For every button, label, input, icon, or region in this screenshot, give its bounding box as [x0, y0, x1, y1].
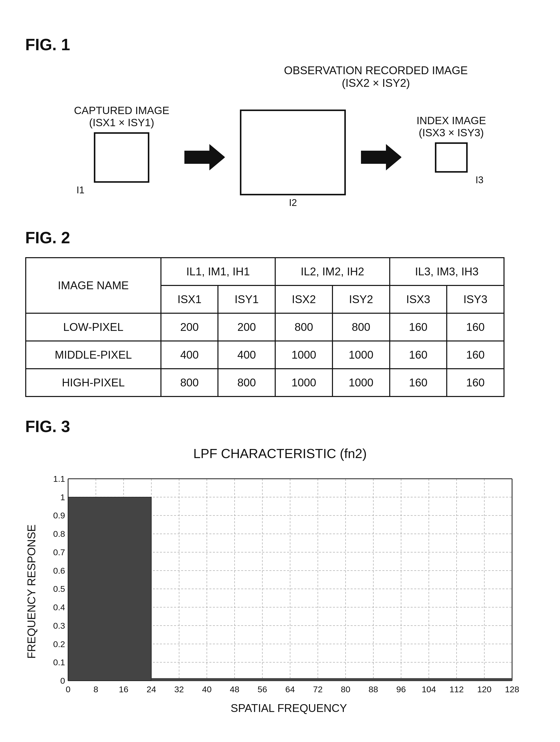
svg-text:8: 8	[94, 684, 98, 694]
index-box	[435, 142, 468, 173]
row-val-5: 160	[447, 369, 504, 396]
col-isx2: ISX2	[275, 285, 332, 313]
row-val-1: 400	[218, 341, 275, 369]
captured-box	[94, 132, 149, 183]
captured-image-item: CAPTURED IMAGE (ISX1 × ISY1) I1	[74, 104, 169, 196]
row-val-5: 160	[447, 313, 504, 341]
row-val-2: 800	[275, 313, 332, 341]
captured-label: CAPTURED IMAGE (ISX1 × ISY1)	[74, 104, 169, 129]
fig2-section: FIG. 2 IMAGE NAME IL1, IM1, IH1 IL2, IM2…	[25, 228, 535, 397]
svg-text:128: 128	[505, 684, 519, 694]
chart-svg: 08162432404856647280889610411212012800.1…	[43, 469, 522, 696]
fig2-table: IMAGE NAME IL1, IM1, IH1 IL2, IM2, IH2 I…	[25, 257, 505, 397]
svg-text:88: 88	[369, 684, 378, 694]
row-val-4: 160	[390, 341, 447, 369]
svg-text:96: 96	[396, 684, 406, 694]
col-il3: IL3, IM3, IH3	[390, 258, 504, 285]
svg-text:112: 112	[450, 684, 464, 694]
obs-label: OBSERVATION RECORDED IMAGE (ISX2 × ISY2)	[284, 64, 468, 89]
svg-text:16: 16	[119, 684, 128, 694]
svg-text:0.2: 0.2	[53, 639, 65, 649]
arrow1	[184, 142, 225, 173]
svg-text:72: 72	[313, 684, 323, 694]
obs-image-item: I2	[240, 110, 346, 208]
col-isy2: ISY2	[332, 285, 390, 313]
svg-text:0.1: 0.1	[53, 657, 65, 667]
arrow2	[361, 142, 401, 173]
fig1-label: FIG. 1	[25, 35, 535, 54]
row-val-3: 800	[332, 313, 390, 341]
row-val-4: 160	[390, 369, 447, 396]
col-isy1: ISY1	[218, 285, 275, 313]
svg-text:0.5: 0.5	[53, 584, 65, 594]
chart-title: LPF CHARACTERISTIC (fn2)	[25, 446, 535, 461]
row-val-0: 400	[161, 341, 218, 369]
table-row: HIGH-PIXEL80080010001000160160	[26, 369, 504, 396]
svg-text:0: 0	[60, 676, 65, 685]
row-val-3: 1000	[332, 341, 390, 369]
row-label: MIDDLE-PIXEL	[26, 341, 161, 369]
x-axis-label: SPATIAL FREQUENCY	[43, 702, 535, 714]
i2-label: I2	[289, 197, 297, 208]
svg-text:32: 32	[174, 684, 184, 694]
i3-label: I3	[475, 175, 484, 186]
col-il2: IL2, IM2, IH2	[275, 258, 389, 285]
row-label: HIGH-PIXEL	[26, 369, 161, 396]
svg-text:24: 24	[147, 684, 156, 694]
svg-rect-65	[151, 678, 512, 681]
svg-text:0.8: 0.8	[53, 529, 65, 539]
row-label: LOW-PIXEL	[26, 313, 161, 341]
col-isy3: ISY3	[447, 285, 504, 313]
svg-text:104: 104	[422, 684, 436, 694]
row-val-2: 1000	[275, 369, 332, 396]
index-label: INDEX IMAGE (ISX3 × ISY3)	[416, 115, 486, 139]
svg-text:1.1: 1.1	[53, 474, 65, 484]
col-isx1: ISX1	[161, 285, 218, 313]
col-isx3: ISX3	[390, 285, 447, 313]
col-il1: IL1, IM1, IH1	[161, 258, 275, 285]
fig3-section: FIG. 3 LPF CHARACTERISTIC (fn2) FREQUENC…	[25, 417, 535, 714]
row-val-4: 160	[390, 313, 447, 341]
index-image-item: INDEX IMAGE (ISX3 × ISY3) I3	[416, 115, 486, 186]
svg-text:0: 0	[66, 684, 71, 694]
row-val-3: 1000	[332, 369, 390, 396]
chart-area: FREQUENCY RESPONSE 081624324048566472808…	[25, 469, 535, 714]
row-val-1: 200	[218, 313, 275, 341]
chart-inner: 08162432404856647280889610411212012800.1…	[43, 469, 535, 714]
table-header-row1: IMAGE NAME IL1, IM1, IH1 IL2, IM2, IH2 I…	[26, 258, 504, 285]
svg-text:120: 120	[477, 684, 492, 694]
y-axis-label: FREQUENCY RESPONSE	[25, 469, 38, 714]
svg-text:48: 48	[230, 684, 239, 694]
fig2-label: FIG. 2	[25, 228, 535, 247]
table-body: LOW-PIXEL200200800800160160MIDDLE-PIXEL4…	[26, 313, 504, 396]
row-val-1: 800	[218, 369, 275, 396]
fig3-label: FIG. 3	[25, 417, 535, 436]
svg-text:1: 1	[60, 492, 65, 502]
svg-text:0.3: 0.3	[53, 621, 65, 630]
fig1-row: CAPTURED IMAGE (ISX1 × ISY1) I1 I2	[74, 92, 486, 208]
svg-text:56: 56	[258, 684, 267, 694]
svg-text:80: 80	[341, 684, 350, 694]
svg-text:0.6: 0.6	[53, 566, 65, 575]
table-row: LOW-PIXEL200200800800160160	[26, 313, 504, 341]
fig1-diagram: OBSERVATION RECORDED IMAGE (ISX2 × ISY2)…	[25, 64, 535, 208]
svg-text:64: 64	[285, 684, 295, 694]
table-row: MIDDLE-PIXEL40040010001000160160	[26, 341, 504, 369]
svg-text:0.4: 0.4	[53, 602, 65, 612]
svg-rect-64	[68, 497, 151, 681]
svg-marker-1	[361, 145, 401, 170]
row-val-2: 1000	[275, 341, 332, 369]
row-val-0: 200	[161, 313, 218, 341]
row-val-5: 160	[447, 341, 504, 369]
chart-svg-wrapper: 08162432404856647280889610411212012800.1…	[43, 469, 535, 697]
svg-marker-0	[184, 145, 225, 170]
fig1-section: FIG. 1 OBSERVATION RECORDED IMAGE (ISX2 …	[25, 35, 535, 208]
svg-text:0.7: 0.7	[53, 547, 65, 557]
svg-text:0.9: 0.9	[53, 511, 65, 520]
i1-label: I1	[76, 185, 85, 196]
row-val-0: 800	[161, 369, 218, 396]
obs-box	[240, 110, 346, 195]
col-image-name: IMAGE NAME	[26, 258, 161, 313]
svg-text:40: 40	[202, 684, 212, 694]
